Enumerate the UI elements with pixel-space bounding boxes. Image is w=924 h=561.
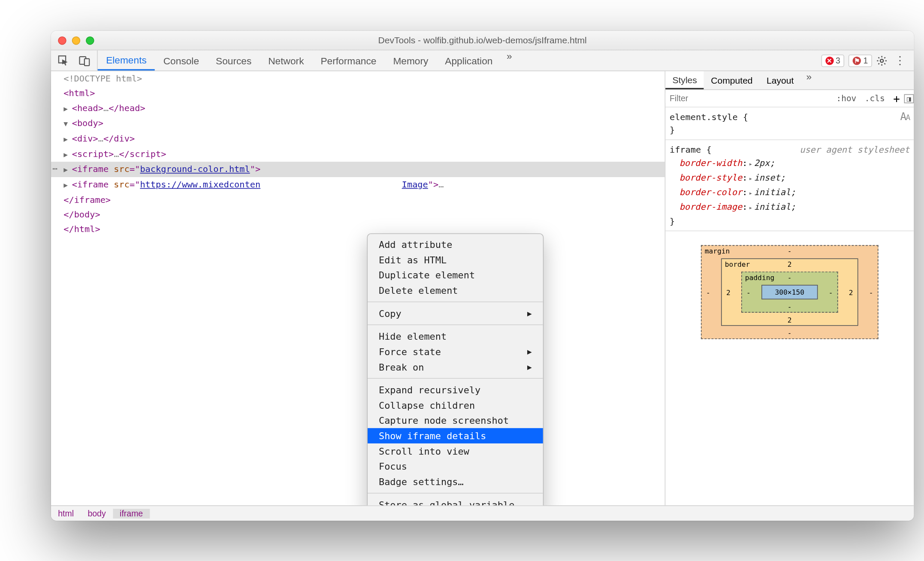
tab-memory[interactable]: Memory: [385, 50, 437, 70]
ctx-break-on[interactable]: Break on▶: [368, 359, 543, 375]
body-node[interactable]: body: [77, 118, 98, 128]
iframe-node-2[interactable]: ▶<iframe src="https://www.mixedconten Im…: [51, 177, 665, 193]
device-toggle-icon[interactable]: [79, 55, 90, 66]
ctx-show-iframe-details[interactable]: Show iframe details: [368, 428, 543, 443]
hov-toggle[interactable]: :hov: [832, 94, 861, 103]
chevron-right-icon: ▶: [527, 347, 532, 356]
tab-elements[interactable]: Elements: [98, 50, 155, 70]
chevron-right-icon: ▶: [527, 362, 532, 371]
settings-icon[interactable]: [876, 55, 888, 66]
ctx-focus[interactable]: Focus: [368, 459, 543, 474]
chevron-right-icon: ▶: [527, 309, 532, 318]
dom-tree-panel[interactable]: <!DOCTYPE html> <html> ▶<head>…</head> ▼…: [51, 71, 665, 505]
panel-tabs: Elements Console Sources Network Perform…: [98, 50, 518, 70]
work-area: <!DOCTYPE html> <html> ▶<head>…</head> ▼…: [51, 71, 914, 505]
window-titlebar: DevTools - wolfib.github.io/web-demos/js…: [51, 31, 914, 50]
script-node[interactable]: script: [77, 148, 109, 159]
crumb-html[interactable]: html: [51, 509, 81, 519]
issues-count: 1: [863, 56, 868, 66]
tab-console[interactable]: Console: [155, 50, 207, 70]
sidebar-tabs: Styles Computed Layout »: [665, 71, 914, 90]
dom-breadcrumb: html body iframe: [51, 505, 914, 521]
tab-sources[interactable]: Sources: [208, 50, 260, 70]
ctx-store-global[interactable]: Store as global variable: [368, 497, 543, 505]
div-node[interactable]: div: [77, 133, 93, 143]
svg-point-3: [880, 59, 883, 62]
styles-filter-bar: :hov .cls + ◨: [665, 90, 914, 108]
sidebar-collapse-icon[interactable]: ◨: [904, 94, 914, 103]
crumb-body[interactable]: body: [81, 509, 113, 519]
ctx-scroll-into-view[interactable]: Scroll into view: [368, 443, 543, 459]
tab-performance[interactable]: Performance: [312, 50, 385, 70]
head-node[interactable]: head: [77, 103, 98, 113]
ctx-force-state[interactable]: Force state▶: [368, 344, 543, 359]
ctx-add-attribute[interactable]: Add attribute: [368, 237, 543, 252]
ctx-hide-element[interactable]: Hide element: [368, 329, 543, 344]
more-side-tabs-icon[interactable]: »: [801, 71, 818, 89]
ctx-edit-as-html[interactable]: Edit as HTML: [368, 252, 543, 268]
error-icon: ✕: [825, 56, 833, 64]
tab-application[interactable]: Application: [437, 50, 501, 70]
issue-icon: ⚑: [853, 56, 861, 64]
font-size-icon[interactable]: AA: [900, 110, 909, 124]
ctx-delete-element[interactable]: Delete element: [368, 283, 543, 298]
context-menu: Add attribute Edit as HTML Duplicate ele…: [367, 233, 544, 505]
main-toolbar: Elements Console Sources Network Perform…: [51, 50, 914, 71]
crumb-iframe[interactable]: iframe: [113, 509, 150, 519]
styles-sidebar: Styles Computed Layout » :hov .cls + ◨ e…: [665, 71, 914, 505]
doctype-node[interactable]: <!DOCTYPE html>: [63, 73, 142, 84]
ctx-duplicate-element[interactable]: Duplicate element: [368, 267, 543, 283]
devtools-window: DevTools - wolfib.github.io/web-demos/js…: [51, 31, 914, 521]
html-open[interactable]: html: [69, 88, 90, 98]
new-rule-icon[interactable]: +: [889, 92, 904, 105]
box-model-diagram[interactable]: margin - - - - border 2 2 2 2 padding: [665, 231, 914, 353]
issues-badge[interactable]: ⚑ 1: [849, 54, 872, 66]
ctx-capture-screenshot[interactable]: Capture node screenshot: [368, 413, 543, 428]
box-model-content: 300×150: [762, 285, 818, 299]
side-tab-styles[interactable]: Styles: [665, 71, 704, 89]
ctx-copy[interactable]: Copy▶: [368, 306, 543, 321]
window-title: DevTools - wolfib.github.io/web-demos/js…: [51, 35, 914, 45]
more-menu-icon[interactable]: ⋮: [891, 55, 908, 66]
ctx-collapse-children[interactable]: Collapse children: [368, 398, 543, 413]
side-tab-layout[interactable]: Layout: [760, 71, 801, 89]
iframe-node-selected[interactable]: ▶<iframe src="background-color.html">: [51, 162, 665, 177]
iframe-ua-rule[interactable]: iframe { user agent stylesheet border-wi…: [665, 140, 914, 231]
styles-filter-input[interactable]: [665, 94, 832, 103]
ctx-expand-recursively[interactable]: Expand recursively: [368, 382, 543, 398]
ctx-badge-settings[interactable]: Badge settings…: [368, 474, 543, 489]
errors-badge[interactable]: ✕ 3: [821, 54, 845, 66]
svg-rect-2: [85, 58, 89, 65]
element-style-rule[interactable]: element.style { AA }: [665, 107, 914, 140]
more-tabs-icon[interactable]: »: [501, 50, 518, 70]
tab-network[interactable]: Network: [260, 50, 312, 70]
side-tab-computed[interactable]: Computed: [704, 71, 760, 89]
inspect-icon[interactable]: [58, 55, 69, 66]
errors-count: 3: [836, 56, 840, 66]
cls-toggle[interactable]: .cls: [861, 94, 889, 103]
